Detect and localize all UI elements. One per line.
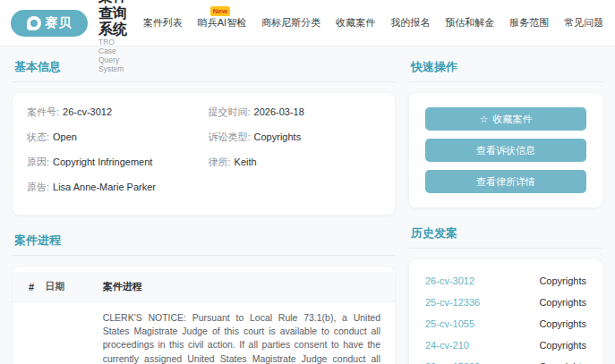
history-case-type: Copyrights: [539, 340, 586, 351]
field-law-firm: 律所:Keith: [209, 156, 381, 169]
field-filed-date: 提交时间:2026-03-18: [209, 106, 381, 119]
list-item: 23-cv-15890 Copyrights: [425, 356, 586, 364]
logo-text: 赛贝: [46, 15, 73, 31]
history-case-link[interactable]: 25-cv-1055: [425, 318, 474, 329]
history-case-link[interactable]: 26-cv-3012: [425, 275, 474, 286]
history-card: 26-cv-3012 Copyrights 25-cv-12336 Copyri…: [409, 259, 602, 364]
logo-icon: [27, 16, 41, 30]
star-icon: ☆: [480, 114, 489, 125]
nav-favorites[interactable]: 收藏案件: [336, 16, 375, 30]
left-column: 基本信息 案件号:26-cv-3012 提交时间:2026-03-18 状态:O…: [13, 54, 395, 364]
top-header: 赛贝 TRO案件查询系统 TRO Case Query System 案件列表 …: [0, 0, 615, 47]
nav-ai-check[interactable]: 哨兵AI智检 New: [198, 16, 246, 30]
app-title: TRO案件查询系统: [98, 0, 129, 38]
main-content: 基本信息 案件号:26-cv-3012 提交时间:2026-03-18 状态:O…: [0, 47, 615, 364]
nav-nice-classification[interactable]: 商标尼斯分类: [261, 16, 320, 30]
list-item: 25-cv-12336 Copyrights: [425, 292, 586, 313]
nav-service-scope[interactable]: 服务范围: [509, 16, 549, 30]
list-item: 24-cv-210 Copyrights: [425, 334, 586, 356]
new-badge: New: [210, 6, 230, 16]
right-column: 快速操作 ☆ 收藏案件 查看诉状信息 查看律所详情 历史发案 26-cv-301…: [409, 54, 602, 364]
list-item: 25-cv-1055 Copyrights: [425, 313, 586, 334]
col-header-date: 日期: [39, 272, 98, 302]
nav-faq[interactable]: 常见问题: [564, 16, 603, 30]
history-case-type: Copyrights: [539, 275, 586, 286]
history-case-link[interactable]: 25-cv-12336: [425, 297, 480, 308]
case-progress-title: 案件进程: [13, 227, 395, 256]
view-complaint-button[interactable]: 查看诉状信息: [425, 139, 586, 162]
field-cause: 原因:Copyright Infringement: [27, 156, 200, 169]
field-plaintiff: 原告:Lisa Anne-Marie Parker: [27, 181, 200, 194]
basic-info-grid: 案件号:26-cv-3012 提交时间:2026-03-18 状态:Open 诉…: [27, 106, 380, 206]
favorite-case-button[interactable]: ☆ 收藏案件: [425, 107, 586, 131]
quick-actions-title: 快速操作: [409, 54, 602, 82]
list-item: 26-cv-3012 Copyrights: [425, 270, 586, 292]
basic-info-card: 案件号:26-cv-3012 提交时间:2026-03-18 状态:Open 诉…: [13, 93, 395, 215]
history-case-link[interactable]: 24-cv-210: [425, 340, 469, 351]
col-header-num: #: [13, 272, 39, 302]
brand-logo[interactable]: 赛贝: [11, 10, 88, 37]
history-title: 历史发案: [409, 220, 602, 249]
col-header-progress: 案件进程: [98, 272, 395, 302]
row-date: 2026/03/18: [39, 302, 98, 364]
table-row: 2026/03/18 CLERK'S NOTICE: Pursuant to L…: [13, 302, 395, 364]
history-case-type: Copyrights: [539, 297, 586, 308]
nav-case-list[interactable]: 案件列表: [143, 16, 183, 30]
field-case-number: 案件号:26-cv-3012: [27, 106, 200, 119]
row-progress-text: CLERK'S NOTICE: Pursuant to Local Rule 7…: [98, 302, 395, 364]
quick-actions-card: ☆ 收藏案件 查看诉状信息 查看律所详情: [409, 93, 602, 207]
nav-settlement-estimate[interactable]: 预估和解金: [445, 16, 494, 30]
case-progress-table: # 日期 案件进程 2026/03/18 CLERK'S NOTICE: Pur…: [13, 272, 395, 364]
history-case-type: Copyrights: [539, 318, 586, 329]
view-lawfirm-button[interactable]: 查看律所详情: [425, 170, 586, 193]
basic-info-title: 基本信息: [13, 54, 395, 82]
table-header-row: # 日期 案件进程: [13, 272, 395, 302]
field-case-type: 诉讼类型:Copyrights: [209, 131, 381, 144]
main-nav: 案件列表 哨兵AI智检 New 商标尼斯分类 收藏案件 我的报名 预估和解金 服…: [143, 16, 615, 30]
case-progress-card: # 日期 案件进程 2026/03/18 CLERK'S NOTICE: Pur…: [13, 267, 395, 364]
field-status: 状态:Open: [27, 131, 200, 144]
nav-my-registration[interactable]: 我的报名: [390, 16, 430, 30]
